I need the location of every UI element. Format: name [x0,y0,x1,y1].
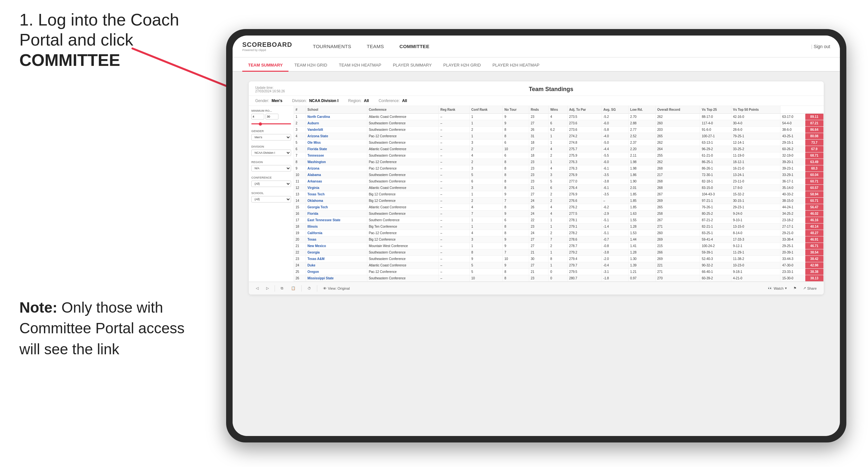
table-cell: 83-15-0 [700,185,731,191]
table-cell: 23 [529,172,549,178]
school-select[interactable]: (All) [251,196,291,203]
col-conf-rank: Conf Rank [470,106,503,114]
table-cell: 2 [470,159,503,165]
table-cell: 1.39 [628,262,655,269]
conference-select[interactable]: (All) ACC SEC Big 12 Pac-12 Big Ten [251,181,291,187]
table-cell: – [439,159,470,165]
table-cell: 22 [294,249,306,256]
table-cell: 275.7 [567,146,601,152]
view-original-label: View: Original [328,286,350,290]
table-cell: 8 [503,230,529,237]
table-cell: 279.1 [567,223,601,230]
table-cell: -1.4 [601,223,628,230]
standings-table: # School Conference Reg Rank Conf Rank N… [294,106,824,282]
table-cell: 8 [503,159,529,165]
table-cell: 27 [529,191,549,198]
table-cell: 6 [549,120,567,127]
share-button[interactable]: ↗ Share [801,285,818,291]
table-cell: 278.6 [567,237,601,243]
toolbar-flag[interactable]: ⚑ [792,285,799,291]
table-cell: 63.49 [805,159,824,165]
table-container: # School Conference Reg Rank Conf Rank N… [294,106,824,282]
table-cell: 1.85 [628,204,655,211]
content-area: Minimum Ro... Gender [249,106,824,282]
conference-section: Conference (All) ACC SEC Big 12 Pac-12 B… [251,176,291,187]
tab-player-h2h-heatmap[interactable]: PLAYER H2H HEATMAP [487,63,545,72]
table-cell: 30-4-0 [731,120,780,127]
table-cell: 82-18-1 [700,178,731,185]
min-rounds-max[interactable] [266,114,278,120]
table-cell: 1.86 [628,172,655,178]
table-cell: 8 [503,133,529,139]
table-cell: Atlantic Coast Conference [367,114,439,120]
tab-player-h2h-grid[interactable]: PLAYER H2H GRID [437,63,487,72]
nav-committee[interactable]: COMMITTEE [392,35,437,58]
table-row: 14OklahomaBig 12 Conference–27242276.6–1… [294,198,824,204]
table-cell: 58.94 [805,191,824,198]
table-cell: 21 [529,185,549,191]
table-cell: 264 [655,146,700,152]
tab-player-summary[interactable]: PLAYER SUMMARY [387,63,437,72]
rounds-slider[interactable] [251,123,291,124]
gender-select[interactable]: Men's Women's [251,134,291,141]
table-cell: 16 [294,211,306,217]
table-row: 13Texas TechBig 12 Conference–19272276.9… [294,191,824,198]
col-rank: # [294,106,306,114]
table-cell: 276.9 [567,191,601,198]
table-cell: Pac-12 Conference [367,165,439,172]
division-filter: Division: NCAA Division I [292,98,339,103]
tab-team-h2h-grid[interactable]: TEAM H2H GRID [288,63,333,72]
min-rounds-min[interactable] [251,114,264,120]
view-original-button[interactable]: 👁 View: Original [321,285,352,291]
table-cell: North Carolina [306,114,367,120]
sign-out-button[interactable]: Sign out [814,44,830,49]
division-value: NCAA Division I [309,98,339,103]
table-cell: Texas A&M [306,256,367,262]
table-cell: 48.27 [805,230,824,237]
region-select[interactable]: N/A East West Central South [251,165,291,172]
table-cell: 279.7 [567,262,601,269]
toolbar-clock[interactable]: ⏱ [306,285,313,291]
table-cell: 60-26-2 [780,146,805,152]
table-cell: 2.52 [628,133,655,139]
table-cell: 54-4-0 [780,120,805,127]
table-cell: 1 [549,223,567,230]
toolbar-copy[interactable]: ⧉ [279,285,285,291]
table-cell: 1.98 [628,159,655,165]
school-control-label: School [251,191,291,195]
gender-section: Gender Men's Women's [251,129,291,141]
table-cell: Virginia [306,185,367,191]
watch-button[interactable]: 👀 Watch ▾ [766,285,789,291]
logo-text: SCOREBOARD [242,41,292,48]
col-vs-top25: Vs Top 25 [700,106,731,114]
toolbar-back[interactable]: ◁ [254,285,260,291]
table-cell: 40.14 [805,223,824,230]
table-cell: 269 [655,256,700,262]
conference-label: Conference: [379,98,400,103]
table-cell: Southeastern Conference [367,178,439,185]
conference-value: All [402,98,407,103]
step-instruction: 1. Log into the Coach Portal and click C… [20,10,220,70]
table-cell: Southern Conference [367,217,439,223]
division-select[interactable]: NCAA Division I NCAA Division II NCAA Di… [251,150,291,156]
school-section: School (All) [251,191,291,203]
table-cell: 60.04 [805,172,824,178]
table-cell: 29-23-1 [731,204,780,211]
table-cell: 4 [294,133,306,139]
col-wins: Wins [549,106,567,114]
table-cell: 21 [529,269,549,275]
table-cell: Texas Tech [306,191,367,198]
tab-team-summary[interactable]: TEAM SUMMARY [242,63,288,72]
note-area: Note: Only those with Committee Portal a… [20,194,207,360]
table-cell: 0.97 [628,275,655,282]
toolbar-paste[interactable]: 📋 [289,285,298,291]
tab-team-h2h-heatmap[interactable]: TEAM H2H HEATMAP [333,63,387,72]
table-cell: Georgia [306,249,367,256]
table-row: 10AlabamaSoutheastern Conference–5823327… [294,172,824,178]
table-cell: -5.0 [601,139,628,146]
nav-teams[interactable]: TEAMS [359,35,392,58]
table-cell: 262 [655,114,700,120]
nav-tournaments[interactable]: TOURNAMENTS [305,35,359,58]
toolbar-forward[interactable]: ▷ [264,285,271,291]
table-cell: Southeastern Conference [367,275,439,282]
